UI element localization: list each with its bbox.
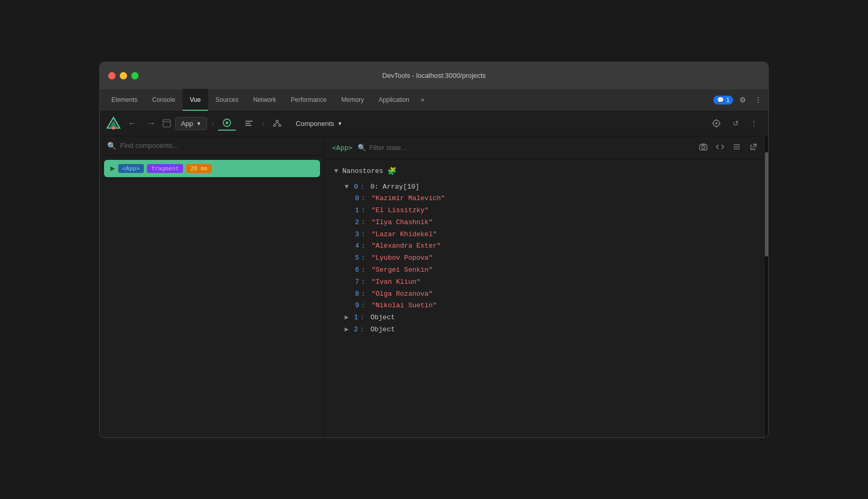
svg-rect-23 (702, 144, 705, 145)
right-actions (696, 141, 761, 155)
chevron-down-icon: ▼ (196, 121, 201, 126)
router-icon[interactable] (218, 116, 236, 131)
list-item: 8 : "Olga Rozanova" (355, 289, 759, 300)
svg-point-11 (273, 124, 276, 126)
camera-icon[interactable] (696, 141, 711, 155)
code-icon[interactable] (713, 141, 727, 155)
list-item: 1 : "El Lissitzky" (355, 205, 759, 216)
timeline-icon[interactable] (240, 117, 258, 130)
list-item: 9 : "Nikolai Suetin" (355, 300, 759, 311)
refresh-icon[interactable]: ↺ (728, 117, 743, 130)
forward-button[interactable]: → (144, 117, 158, 130)
title-bar: DevTools - localhost:3000/projects (100, 62, 768, 89)
tab-console[interactable]: Console (145, 89, 182, 111)
vue-logo (106, 116, 121, 131)
filter-input[interactable] (369, 144, 691, 152)
list-item: 2 : "Ilya Chashnik" (355, 217, 759, 228)
app-selector[interactable]: App ▼ (175, 117, 207, 130)
scrollbar-track (765, 136, 768, 437)
svg-line-27 (752, 144, 756, 148)
list-icon[interactable] (729, 141, 744, 155)
inspect-element-icon[interactable] (707, 117, 725, 130)
components-chevron-icon: ▼ (337, 121, 342, 126)
toolbar-right: ↺ ⋮ (707, 117, 762, 130)
window-controls (108, 72, 139, 79)
object2-expand-icon[interactable]: ▶ (345, 324, 352, 335)
left-panel: 🔍 ▶ <App> fragment 20 ms (100, 136, 325, 437)
app-tag: <App> (118, 164, 144, 173)
search-bar: 🔍 (100, 136, 324, 156)
plugin-icon: 🧩 (387, 167, 396, 176)
list-item: 5 : "Lyubov Popova" (355, 253, 759, 264)
tab-network[interactable]: Network (246, 89, 283, 111)
main-content: 🔍 ▶ <App> fragment 20 ms <App> 🔍 (100, 136, 768, 437)
back-button[interactable]: ← (125, 117, 140, 130)
tab-overflow-button[interactable]: » (417, 96, 429, 103)
open-external-icon[interactable] (746, 141, 761, 155)
tab-application[interactable]: Application (371, 89, 417, 111)
svg-point-16 (715, 122, 717, 124)
app-component-row[interactable]: ▶ <App> fragment 20 ms (104, 160, 320, 177)
tab-performance[interactable]: Performance (283, 89, 334, 111)
svg-point-12 (279, 124, 281, 126)
array-expand-icon[interactable]: ▼ (345, 182, 352, 193)
maximize-button[interactable] (131, 72, 139, 79)
toolbar-separator: › (211, 119, 214, 127)
svg-rect-9 (245, 125, 252, 126)
filter-input-wrap: 🔍 (358, 144, 691, 152)
close-button[interactable] (108, 72, 116, 79)
list-item: 0 : "Kazimir Malevich" (355, 193, 759, 204)
tab-bar-right: 💬 1 ⚙ ⋮ (713, 94, 764, 106)
state-viewer: ▼ Nanostores 🧩 ▼ 0 : 0: Array[10] 0 (325, 159, 768, 437)
more-options-icon[interactable]: ⋮ (752, 94, 764, 106)
list-item: 6 : "Sergei Senkin" (355, 265, 759, 276)
settings-icon[interactable]: ⚙ (737, 94, 748, 106)
tab-memory[interactable]: Memory (334, 89, 371, 111)
component-list: ▶ <App> fragment 20 ms (100, 156, 324, 437)
more-vue-options-icon[interactable]: ⋮ (746, 117, 762, 130)
object1-expand-icon[interactable]: ▶ (345, 312, 352, 323)
svg-point-6 (225, 122, 228, 124)
tab-bar: Elements Console Vue Sources Network Per… (100, 89, 768, 111)
vue-toolbar: ← → App ▼ › › (100, 111, 768, 136)
right-panel: <App> 🔍 (325, 136, 768, 437)
svg-rect-8 (245, 123, 250, 124)
section-header: ▼ Nanostores 🧩 (334, 167, 759, 176)
svg-line-14 (277, 122, 280, 124)
right-toolbar: <App> 🔍 (325, 136, 768, 159)
collapsed-item-1: ▶ 1 : Object (345, 312, 759, 323)
expand-arrow-icon: ▶ (110, 165, 115, 172)
svg-point-2 (112, 126, 115, 130)
ms-badge: 20 ms (186, 164, 212, 173)
notifications-badge[interactable]: 💬 1 (713, 96, 733, 105)
svg-point-10 (276, 120, 278, 122)
search-input[interactable] (120, 142, 317, 149)
filter-search-icon: 🔍 (358, 144, 366, 152)
search-icon: 🔍 (107, 142, 116, 150)
list-item: 7 : "Ivan Kliun" (355, 277, 759, 288)
collapsed-item-2: ▶ 2 : Object (345, 324, 759, 335)
graph-icon[interactable] (268, 117, 286, 130)
chat-icon: 💬 (717, 97, 724, 103)
tab-vue[interactable]: Vue (182, 89, 208, 111)
svg-rect-3 (163, 120, 170, 127)
app-breadcrumb: <App> (332, 144, 352, 152)
section-title: Nanostores (342, 167, 383, 175)
svg-rect-7 (245, 121, 253, 122)
svg-point-22 (702, 146, 705, 149)
tab-sources[interactable]: Sources (208, 89, 246, 111)
tab-elements[interactable]: Elements (104, 89, 145, 111)
section-collapse-icon[interactable]: ▼ (334, 167, 338, 175)
minimize-button[interactable] (120, 72, 127, 79)
window-title: DevTools - localhost:3000/projects (382, 72, 486, 79)
components-button[interactable]: Components ▼ (290, 118, 348, 130)
devtools-window: DevTools - localhost:3000/projects Eleme… (99, 62, 769, 438)
list-item: 3 : "Lazar Khidekel" (355, 229, 759, 240)
svg-line-13 (275, 122, 277, 124)
array-row: ▼ 0 : 0: Array[10] (345, 182, 759, 193)
list-item: 4 : "Alexandra Exter" (355, 241, 759, 252)
page-icon (163, 119, 171, 127)
fragment-badge: fragment (147, 164, 183, 173)
scrollbar-thumb[interactable] (765, 152, 768, 257)
right-panel-wrapper: <App> 🔍 (325, 136, 768, 437)
